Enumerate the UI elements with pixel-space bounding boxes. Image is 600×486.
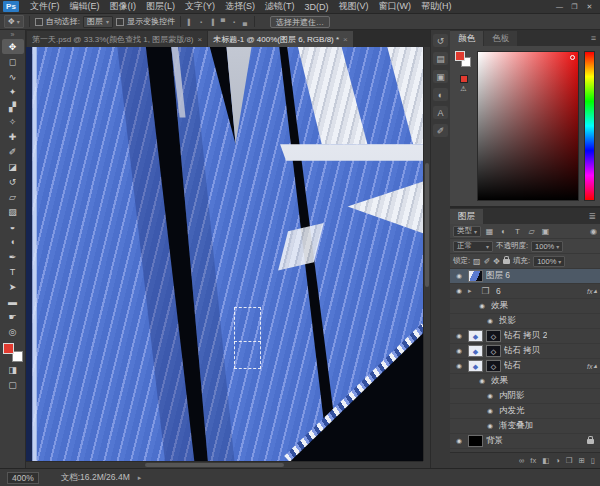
layer-row-diamond-copy-2[interactable]: ◉ ◆ ◇ 钻石 拷贝 2 <box>450 329 600 344</box>
color-picker-marker[interactable] <box>570 55 575 60</box>
select-and-mask-button[interactable]: 选择并遮住… <box>270 16 330 28</box>
close-button[interactable]: ✕ <box>582 3 597 11</box>
layer-mask-thumbnail[interactable]: ◇ <box>486 345 501 357</box>
new-adjustment-layer-icon[interactable]: ◑ <box>555 456 560 465</box>
layer-row-diamond-copy[interactable]: ◉ ◆ ◇ 钻石 拷贝 <box>450 344 600 359</box>
effect-row-inner-glow[interactable]: ◉ 内发光 <box>450 404 600 419</box>
tab-color[interactable]: 颜色 <box>450 31 483 46</box>
layer-thumbnail[interactable] <box>468 270 483 282</box>
visibility-eye-icon[interactable]: ◉ <box>453 272 465 280</box>
layer-row-diamond[interactable]: ◉ ◆ ◇ 钻石 fx ▴ <box>450 359 600 374</box>
link-layers-icon[interactable]: ∞ <box>519 456 524 465</box>
menu-layer[interactable]: 图层(L) <box>141 0 180 13</box>
restore-button[interactable]: ❐ <box>567 3 582 11</box>
auto-select-checkbox[interactable] <box>35 18 43 26</box>
tool-hand[interactable]: ☛ <box>2 309 24 324</box>
effects-row[interactable]: ◉ 效果 <box>450 299 600 314</box>
new-group-icon[interactable]: ❐ <box>566 456 573 465</box>
panel-foreground-swatch[interactable] <box>455 51 465 61</box>
libraries-panel-icon[interactable]: ▣ <box>433 70 448 83</box>
tool-quick-selection[interactable]: ✦ <box>2 84 24 99</box>
tool-shape[interactable]: ▬ <box>2 294 24 309</box>
character-panel-icon[interactable]: A <box>433 106 448 119</box>
lock-pixels-icon[interactable]: ✐ <box>484 257 491 266</box>
add-layer-style-icon[interactable]: fx <box>530 456 536 465</box>
align-left-icon[interactable]: ▌ <box>186 19 194 25</box>
expand-group-icon[interactable]: ▸ <box>468 287 475 295</box>
adjustments-panel-icon[interactable]: ◐ <box>433 88 448 101</box>
filter-toggle-icon[interactable]: ◉ <box>590 227 597 236</box>
vertical-scrollbar-thumb[interactable] <box>425 163 429 287</box>
layer-thumbnail[interactable]: ◆ <box>468 360 483 372</box>
layer-thumbnail[interactable]: ◆ <box>468 330 483 342</box>
layer-row-layer-6[interactable]: ◉ 图层 6 <box>450 269 600 284</box>
lock-all-icon[interactable] <box>503 259 510 264</box>
menu-edit[interactable]: 编辑(E) <box>65 0 105 13</box>
add-layer-mask-icon[interactable]: ◧ <box>542 456 549 465</box>
fill-dropdown[interactable]: 100% ▾ <box>533 256 565 267</box>
menu-image[interactable]: 图像(I) <box>105 0 142 13</box>
visibility-eye-icon[interactable]: ◉ <box>453 437 465 445</box>
align-top-icon[interactable]: ▀ <box>219 19 227 25</box>
tool-healing-brush[interactable]: ✚ <box>2 129 24 144</box>
filter-adjustment-layers-icon[interactable]: ◐ <box>498 227 509 236</box>
menu-3d[interactable]: 3D(D) <box>300 2 334 12</box>
selection-marquee[interactable] <box>234 307 261 369</box>
tool-gradient[interactable]: ▨ <box>2 204 24 219</box>
zoom-level[interactable]: 400% <box>7 472 39 484</box>
blend-mode-dropdown[interactable]: 正常 ▾ <box>453 241 493 252</box>
layer-mask-thumbnail[interactable]: ◇ <box>486 330 501 342</box>
tool-eraser[interactable]: ▱ <box>2 189 24 204</box>
tool-brush[interactable]: ✐ <box>2 144 24 159</box>
toolbar-collapse-icon[interactable]: » <box>11 31 15 39</box>
layer-thumbnail[interactable]: ◆ <box>468 345 483 357</box>
menu-select[interactable]: 选择(S) <box>220 0 260 13</box>
effect-row-gradient-overlay[interactable]: ◉ 渐变叠加 <box>450 419 600 434</box>
opacity-dropdown[interactable]: 100% ▾ <box>531 241 563 252</box>
status-options-arrow-icon[interactable]: ▸ <box>138 474 142 482</box>
menu-filter[interactable]: 滤镜(T) <box>260 0 300 13</box>
align-right-icon[interactable]: ▐ <box>208 19 216 25</box>
visibility-eye-icon[interactable]: ◉ <box>484 407 496 415</box>
history-panel-icon[interactable]: ↺ <box>433 34 448 47</box>
show-transform-checkbox[interactable] <box>116 18 124 26</box>
filter-smart-objects-icon[interactable]: ▣ <box>540 227 551 236</box>
tool-dodge[interactable]: ◖ <box>2 234 24 249</box>
layer-mask-thumbnail[interactable]: ◇ <box>486 360 501 372</box>
tab-layers[interactable]: 图层 <box>450 209 483 224</box>
tool-type[interactable]: T <box>2 264 24 279</box>
quick-mask-mode-icon[interactable]: ◨ <box>2 362 24 377</box>
align-bottom-icon[interactable]: ▄ <box>241 19 249 25</box>
document-tab-2[interactable]: 未标题-1 @ 400%(图层 6, RGB/8) * × <box>208 31 353 47</box>
tool-eyedropper[interactable]: ✧ <box>2 114 24 129</box>
layer-thumbnail[interactable] <box>468 435 483 447</box>
foreground-color-swatch[interactable] <box>3 343 14 354</box>
collapse-effects-icon[interactable]: ▴ <box>593 287 597 295</box>
hue-slider[interactable] <box>584 51 595 201</box>
vertical-scrollbar[interactable] <box>423 47 430 461</box>
auto-select-target-dropdown[interactable]: 图层 ▾ <box>83 16 113 28</box>
horizontal-scrollbar[interactable] <box>26 461 423 468</box>
tab-swatches[interactable]: 色板 <box>484 31 517 46</box>
layer-row-group-6[interactable]: ◉ ▸ ❐ 6 fx ▴ <box>450 284 600 299</box>
tool-zoom[interactable]: ◎ <box>2 324 24 339</box>
saturation-brightness-field[interactable] <box>477 51 579 201</box>
visibility-eye-icon[interactable]: ◉ <box>476 302 488 310</box>
visibility-eye-icon[interactable]: ◉ <box>453 287 465 295</box>
filter-shape-layers-icon[interactable]: ▱ <box>526 227 537 236</box>
visibility-eye-icon[interactable]: ◉ <box>484 317 496 325</box>
layer-row-background[interactable]: ◉ 背景 <box>450 434 600 449</box>
tool-path-selection[interactable]: ➤ <box>2 279 24 294</box>
horizontal-scrollbar-thumb[interactable] <box>145 463 284 467</box>
filter-pixel-layers-icon[interactable]: ▦ <box>484 227 495 236</box>
document-tab-1[interactable]: 第一天.psd @ 33.3%(颜色查找 1, 图层蒙版/8) × <box>27 31 207 47</box>
tool-crop[interactable]: ▞ <box>2 99 24 114</box>
tool-pen[interactable]: ✒ <box>2 249 24 264</box>
current-tool-preset[interactable]: ✥ ▾ <box>4 15 24 28</box>
paragraph-panel-icon[interactable]: ✐ <box>433 124 448 137</box>
layer-fx-badge[interactable]: fx ▴ <box>587 287 597 295</box>
effect-row-inner-shadow[interactable]: ◉ 内阴影 <box>450 389 600 404</box>
menu-type[interactable]: 文字(Y) <box>180 0 220 13</box>
visibility-eye-icon[interactable]: ◉ <box>476 377 488 385</box>
minimize-button[interactable]: — <box>552 3 567 11</box>
